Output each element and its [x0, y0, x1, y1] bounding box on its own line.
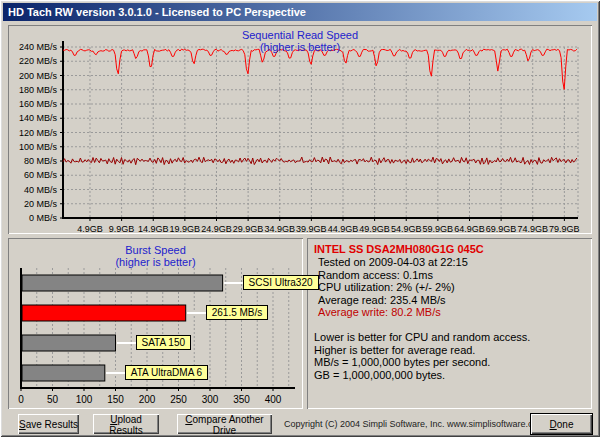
x-axis-tick-label: 29.9GB — [233, 224, 264, 234]
x-axis-tick-label: 44.9GB — [328, 224, 359, 234]
x-axis-tick-label: 54.9GB — [391, 224, 422, 234]
y-axis-tick-label: 140 MB/s — [19, 113, 58, 123]
info-line-average-write: Average write: 80.2 MB/s — [314, 306, 588, 318]
burst-axis-tick-label: 50 — [47, 394, 59, 405]
x-axis-tick-label: 4.9GB — [77, 224, 103, 234]
info-line-cpu-utilization: CPU utilization: 2% (+/- 2%) — [314, 281, 588, 293]
y-axis-tick-label: 80 MB/s — [24, 156, 58, 166]
y-axis-tick-label: 160 MB/s — [19, 99, 58, 109]
x-axis-tick-label: 24.9GB — [201, 224, 232, 234]
burst-axis-tick-label: 0 — [18, 394, 24, 405]
x-axis-tick-label: 9.9GB — [109, 224, 135, 234]
y-axis-tick-label: 60 MB/s — [24, 170, 58, 180]
x-axis-tick-label: 39.9GB — [296, 224, 327, 234]
x-axis-tick-label: 69.9GB — [486, 224, 517, 234]
bar-label-connector — [106, 372, 125, 374]
burst-axis-tick-label: 250 — [170, 394, 187, 405]
burst-bar — [22, 335, 116, 351]
burst-bar — [22, 275, 223, 291]
accesskey-underline: S — [19, 419, 26, 430]
x-axis-tick-label: 19.9GB — [170, 224, 201, 234]
bar-label-connector — [117, 342, 136, 344]
x-axis-tick-label: 79.9GB — [549, 224, 580, 234]
save-results-button[interactable]: Save Results — [18, 414, 79, 434]
y-axis-tick-label: 20 MB/s — [24, 199, 58, 209]
y-axis-tick-label: 40 MB/s — [24, 185, 58, 195]
burst-axis-tick-label: 100 — [76, 394, 93, 405]
x-axis-tick-label: 59.9GB — [423, 224, 454, 234]
read-speed-line — [63, 49, 577, 89]
done-button[interactable]: Done — [530, 413, 593, 435]
bar-label-connector — [224, 282, 243, 284]
y-axis-tick-label: 200 MB/s — [19, 71, 58, 81]
y-axis-tick-label: 0 MB/s — [29, 213, 58, 223]
accesskey-underline: D — [550, 419, 557, 430]
y-axis-tick-label: 220 MB/s — [19, 56, 58, 66]
drive-model-title: INTEL SS DSA2MH080G1G 045C — [314, 243, 588, 255]
bar-label-connector — [187, 312, 206, 314]
info-spacer — [314, 318, 588, 331]
compare-another-drive-button[interactable]: Compare Another Drive — [177, 414, 272, 434]
burst-axis-tick-label: 300 — [202, 394, 219, 405]
app-window: HD Tach RW version 3.0.1.0 - Licensed to… — [0, 0, 600, 437]
accesskey-underline: U — [110, 414, 117, 425]
burst-bar — [22, 305, 186, 321]
x-axis-tick-label: 64.9GB — [454, 224, 485, 234]
x-axis-tick-label: 34.9GB — [264, 224, 295, 234]
y-axis-tick-label: 100 MB/s — [19, 142, 58, 152]
window-titlebar[interactable]: HD Tach RW version 3.0.1.0 - Licensed to… — [3, 3, 597, 21]
info-line-tested-on: Tested on 2009-04-03 at 22:15 — [314, 256, 588, 268]
burst-axis-tick-label: 150 — [107, 394, 124, 405]
sequential-read-chart: 240 MB/s220 MB/s200 MB/s180 MB/s160 MB/s… — [8, 25, 592, 234]
bar-label: SATA 150 — [136, 335, 192, 350]
burst-axis-tick-label: 200 — [139, 394, 156, 405]
bar-label: 261.5 MB/s — [206, 305, 269, 320]
note-gb-definition: GB = 1,000,000,000 bytes. — [314, 369, 588, 381]
upload-results-button[interactable]: Upload Results — [93, 414, 159, 434]
bar-label: SCSI Ultra320 — [243, 275, 319, 290]
y-axis-tick-label: 180 MB/s — [19, 85, 58, 95]
note-mbs-definition: MB/s = 1,000,000 bytes per second. — [314, 356, 588, 368]
y-axis-tick-label: 120 MB/s — [19, 128, 58, 138]
copyright-text: Copyright (C) 2004 Simpli Software, Inc.… — [284, 414, 528, 434]
burst-axis-tick-label: 350 — [233, 394, 250, 405]
burst-speed-chart: 050100150200250300350400 — [8, 238, 303, 409]
burst-axis-tick-label: 400 — [265, 394, 282, 405]
bar-label: ATA UltraDMA 6 — [125, 365, 208, 380]
info-line-average-read: Average read: 235.4 MB/s — [314, 294, 588, 306]
note-higher-is-better: Higher is better for average read. — [314, 344, 588, 356]
sequential-read-chart-panel: Sequential Read Speed (higher is better)… — [8, 25, 592, 234]
x-axis-tick-label: 14.9GB — [138, 224, 169, 234]
accesskey-underline: C — [185, 414, 192, 425]
note-lower-is-better: Lower is better for CPU and random acces… — [314, 331, 588, 343]
burst-speed-chart-panel: Burst Speed (higher is better) 050100150… — [8, 238, 303, 409]
info-line-random-access: Random access: 0.1ms — [314, 269, 588, 281]
x-axis-tick-label: 74.9GB — [517, 224, 548, 234]
x-axis-tick-label: 49.9GB — [359, 224, 390, 234]
y-axis-tick-label: 240 MB/s — [19, 42, 58, 52]
burst-bar — [22, 365, 105, 381]
drive-info-panel: INTEL SS DSA2MH080G1G 045C Tested on 200… — [307, 238, 592, 409]
